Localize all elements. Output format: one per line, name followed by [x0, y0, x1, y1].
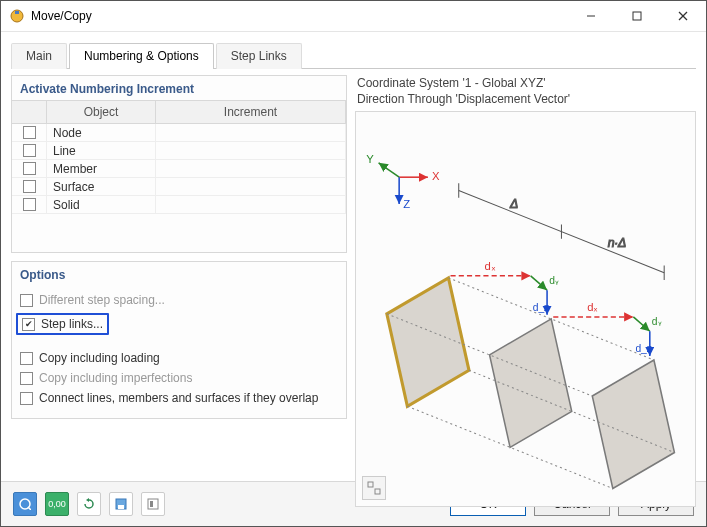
numbering-panel-title: Activate Numbering Increment: [12, 76, 346, 100]
tab-numbering-options[interactable]: Numbering & Options: [69, 43, 214, 69]
svg-text:dₓ: dₓ: [484, 260, 495, 272]
displacement-arrows-2: dₓ dᵧ d_z: [553, 301, 661, 356]
svg-text:Y: Y: [366, 153, 374, 165]
preview-header: Coordinate System '1 - Global XYZ' Direc…: [355, 75, 696, 111]
right-column: Coordinate System '1 - Global XYZ' Direc…: [355, 75, 696, 477]
table-row[interactable]: Solid: [12, 196, 346, 214]
svg-rect-34: [368, 482, 373, 487]
row-object: Line: [47, 142, 156, 159]
svg-rect-39: [118, 505, 124, 509]
original-shape: [387, 278, 469, 406]
row-increment[interactable]: [156, 142, 346, 159]
window-title: Move/Copy: [31, 9, 568, 23]
display-options-icon: [367, 481, 381, 495]
table-row[interactable]: Member: [12, 160, 346, 178]
checkbox[interactable]: [20, 392, 33, 405]
checkbox[interactable]: [22, 318, 35, 331]
row-checkbox[interactable]: [23, 180, 36, 193]
units-button[interactable]: 0,00: [45, 492, 69, 516]
svg-line-8: [379, 163, 400, 177]
reset-button[interactable]: [77, 492, 101, 516]
close-button[interactable]: [660, 1, 706, 31]
option-copy-including-imperfections: Copy including imperfections: [20, 368, 338, 388]
table-row[interactable]: Surface: [12, 178, 346, 196]
table-row[interactable]: Line: [12, 142, 346, 160]
row-object: Surface: [47, 178, 156, 195]
option-copy-including-loading[interactable]: Copy including loading: [20, 348, 338, 368]
svg-line-37: [28, 507, 31, 510]
svg-text:dₓ: dₓ: [587, 301, 598, 313]
option-step-links[interactable]: Step links...: [20, 310, 338, 338]
svg-rect-3: [633, 12, 641, 20]
table-row[interactable]: Node: [12, 124, 346, 142]
row-increment[interactable]: [156, 196, 346, 213]
option-label: Different step spacing...: [39, 293, 165, 307]
displacement-arrows-1: dₓ dᵧ d_z: [451, 260, 559, 315]
svg-line-24: [531, 276, 547, 290]
numbering-grid: Object Increment Node Line: [12, 100, 346, 228]
diagram-svg: X Y Z Δ n·Δ: [356, 112, 695, 505]
row-checkbox[interactable]: [23, 162, 36, 175]
option-label: Copy including imperfections: [39, 371, 192, 385]
content-area: Activate Numbering Increment Object Incr…: [1, 69, 706, 481]
option-label: Step links...: [41, 317, 103, 331]
svg-rect-1: [15, 11, 19, 14]
preview-line2: Direction Through 'Displacement Vector': [357, 91, 694, 107]
help-icon: [19, 498, 31, 510]
svg-text:dᵧ: dᵧ: [652, 316, 662, 327]
svg-text:dᵧ: dᵧ: [549, 275, 559, 286]
grid-header: Object Increment: [12, 101, 346, 124]
numbering-panel: Activate Numbering Increment Object Incr…: [11, 75, 347, 253]
option-label: Copy including loading: [39, 351, 160, 365]
svg-text:X: X: [432, 171, 440, 183]
row-checkbox[interactable]: [23, 144, 36, 157]
row-increment[interactable]: [156, 178, 346, 195]
help-button[interactable]: [13, 492, 37, 516]
row-object: Member: [47, 160, 156, 177]
row-object: Solid: [47, 196, 156, 213]
row-checkbox[interactable]: [23, 126, 36, 139]
grid-body: Node Line Member: [12, 124, 346, 228]
checkbox: [20, 372, 33, 385]
svg-rect-35: [375, 489, 380, 494]
tabstrip: Main Numbering & Options Step Links: [11, 40, 696, 69]
reset-icon: [83, 498, 95, 510]
load-icon: [147, 498, 159, 510]
preview-tool-button[interactable]: [362, 476, 386, 500]
footer-tools: 0,00: [13, 492, 165, 516]
svg-text:d_z: d_z: [635, 343, 652, 354]
option-label: Connect lines, members and surfaces if t…: [39, 391, 318, 405]
preview-line1: Coordinate System '1 - Global XYZ': [357, 75, 694, 91]
axes-indicator: X Y Z: [366, 153, 440, 210]
row-increment[interactable]: [156, 124, 346, 141]
svg-line-30: [633, 317, 649, 331]
options-panel-title: Options: [12, 262, 346, 286]
titlebar: Move/Copy: [1, 1, 706, 32]
svg-text:d_z: d_z: [533, 302, 550, 313]
dialog-window: Move/Copy Main Numbering & Options Step …: [0, 0, 707, 527]
preview-pane: X Y Z Δ n·Δ: [355, 111, 696, 506]
grid-header-check: [12, 101, 47, 123]
svg-text:n·Δ: n·Δ: [608, 236, 627, 250]
checkbox: [20, 294, 33, 307]
row-object: Node: [47, 124, 156, 141]
save-default-button[interactable]: [109, 492, 133, 516]
grid-header-increment: Increment: [156, 101, 346, 123]
row-increment[interactable]: [156, 160, 346, 177]
left-column: Activate Numbering Increment Object Incr…: [11, 75, 347, 477]
minimize-button[interactable]: [568, 1, 614, 31]
tab-step-links[interactable]: Step Links: [216, 43, 302, 69]
svg-text:Δ: Δ: [509, 197, 518, 211]
options-panel: Options Different step spacing... Step l…: [11, 261, 347, 419]
load-default-button[interactable]: [141, 492, 165, 516]
maximize-button[interactable]: [614, 1, 660, 31]
app-icon: [9, 8, 25, 24]
svg-rect-41: [150, 501, 153, 507]
copy-shape-2: [592, 360, 674, 488]
svg-text:Z: Z: [403, 198, 410, 210]
tab-main[interactable]: Main: [11, 43, 67, 69]
grid-header-object: Object: [47, 101, 156, 123]
checkbox[interactable]: [20, 352, 33, 365]
row-checkbox[interactable]: [23, 198, 36, 211]
option-connect-overlap[interactable]: Connect lines, members and surfaces if t…: [20, 388, 338, 408]
